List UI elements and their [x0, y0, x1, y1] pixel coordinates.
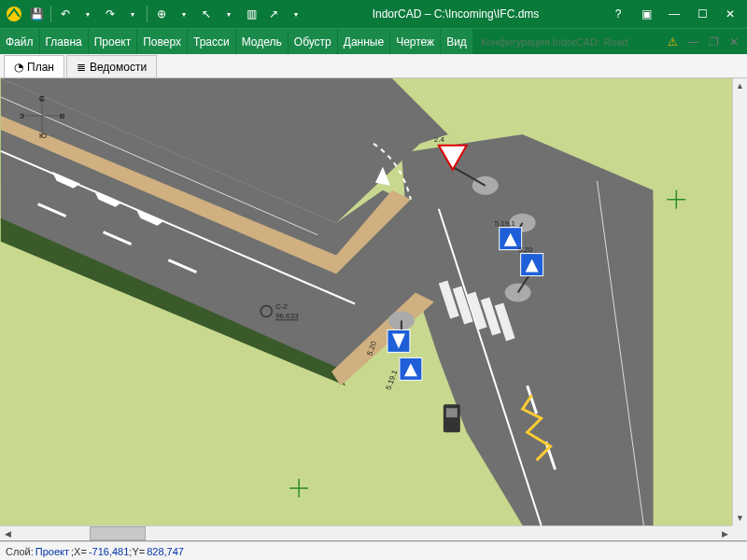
menu-model[interactable]: Модель — [236, 29, 289, 54]
well-label-1: С-2 — [275, 302, 288, 311]
save-button[interactable]: 💾 — [26, 4, 47, 24]
svg-text:Ю: Ю — [39, 132, 47, 139]
quick-access-toolbar: 💾 ↶ ▾ ↷ ▾ ⊕ ▾ ↖ ▾ ▥ ↗ ▾ — [4, 4, 306, 24]
undo-button[interactable]: ↶ — [55, 4, 76, 24]
menu-view[interactable]: Вид — [441, 29, 473, 54]
road-drawing: 2.4 5.19.1 5.20 5.20 5.19.1 С-2 96.633 — [0, 78, 732, 525]
scroll-thumb[interactable] — [90, 526, 146, 540]
redo-more[interactable]: ▾ — [122, 4, 143, 24]
menu-furniture[interactable]: Обустр — [289, 29, 338, 54]
menu-drawing[interactable]: Чертеж — [390, 29, 441, 54]
status-x-label: X= — [74, 546, 87, 557]
maximize-button[interactable]: ☐ — [689, 4, 715, 24]
snap-more[interactable]: ▾ — [174, 4, 194, 24]
snap-tool-icon[interactable]: ⊕ — [151, 4, 172, 24]
scrollbar-horizontal[interactable]: ◀ ▶ — [0, 525, 732, 540]
window-buttons: ? ▣ — ☐ ✕ — [605, 4, 743, 24]
ribbon-tabs: Файл Главна Проект Поверх Трасси Модель … — [0, 28, 747, 54]
qat-customize[interactable]: ▾ — [286, 4, 306, 24]
scroll-corner — [732, 525, 747, 540]
ribbon-toggle-button[interactable]: ▣ — [633, 4, 659, 24]
tab-plan[interactable]: ◔ План — [4, 55, 64, 77]
status-layer-label: Слой: — [6, 546, 34, 557]
mdi-restore[interactable]: ❐ — [706, 35, 721, 49]
config-label: Конфигурация IndorCAD: Road — [473, 29, 665, 54]
menu-project[interactable]: Проект — [89, 29, 138, 54]
svg-point-29 — [472, 176, 499, 195]
tab-plan-label: План — [27, 61, 54, 74]
pointer-icon[interactable]: ↗ — [263, 4, 284, 24]
svg-point-31 — [505, 284, 531, 302]
status-y-value: 828,747 — [147, 546, 184, 557]
mdi-close[interactable]: ✕ — [726, 35, 741, 49]
sign-yield-label: 2.4 — [434, 135, 445, 144]
minimize-button[interactable]: — — [661, 4, 687, 24]
sign-r2-label: 5.20 — [518, 245, 533, 254]
scroll-left-icon[interactable]: ◀ — [0, 526, 15, 540]
statusbar: Слой: Проект ; X= -716,481 ; Y= 828,747 — [0, 541, 747, 560]
svg-rect-28 — [446, 408, 458, 417]
menu-surface[interactable]: Поверх — [137, 29, 188, 54]
viewport[interactable]: 2.4 5.19.1 5.20 5.20 5.19.1 С-2 96.633 — [0, 78, 732, 525]
well-label-2: 96.633 — [275, 312, 299, 320]
status-y-label: Y= — [132, 546, 145, 557]
scroll-down-icon[interactable]: ▼ — [733, 511, 747, 525]
document-tabs: ◔ План ≣ Ведомости — [0, 54, 747, 78]
status-x-value: -716,481 — [89, 546, 129, 557]
reports-icon: ≣ — [77, 61, 86, 74]
sign-l2-label: 5.19.1 — [384, 369, 399, 391]
scroll-up-icon[interactable]: ▲ — [733, 78, 747, 93]
help-button[interactable]: ? — [605, 4, 631, 24]
compass: С Ю З В — [19, 92, 65, 139]
plan-canvas[interactable]: 2.4 5.19.1 5.20 5.20 5.19.1 С-2 96.633 — [0, 78, 747, 541]
menu-file[interactable]: Файл — [0, 29, 40, 54]
mdi-minimize[interactable]: — — [685, 35, 700, 49]
tab-reports[interactable]: ≣ Ведомости — [66, 55, 157, 77]
svg-text:С: С — [39, 94, 45, 103]
status-layer-value: Проект — [35, 546, 69, 557]
plan-icon: ◔ — [14, 61, 23, 74]
menu-alignment[interactable]: Трасси — [188, 29, 236, 54]
close-button[interactable]: ✕ — [717, 4, 743, 24]
scroll-right-icon[interactable]: ▶ — [717, 526, 732, 540]
menu-data[interactable]: Данные — [338, 29, 390, 54]
sign-r1-label: 5.19.1 — [495, 219, 516, 228]
undo-more[interactable]: ▾ — [78, 4, 98, 24]
app-logo[interactable] — [4, 4, 24, 24]
menu-main[interactable]: Главна — [40, 29, 89, 54]
svg-text:З: З — [20, 112, 24, 120]
svg-text:В: В — [60, 112, 64, 120]
tab-reports-label: Ведомости — [90, 61, 147, 74]
titlebar: 💾 ↶ ▾ ↷ ▾ ⊕ ▾ ↖ ▾ ▥ ↗ ▾ IndorCAD – C:\In… — [0, 0, 747, 28]
scrollbar-vertical[interactable]: ▲ ▼ — [732, 78, 747, 525]
cursor-icon[interactable]: ↖ — [196, 4, 217, 24]
cursor-more[interactable]: ▾ — [218, 4, 239, 24]
window-title: IndorCAD – C:\Incoming\IFC.dms — [306, 7, 605, 21]
warn-icon[interactable]: ⚠ — [665, 35, 680, 49]
redo-button[interactable]: ↷ — [100, 4, 120, 24]
mdi-controls: ⚠ — ❐ ✕ — [665, 29, 747, 54]
grid-tool-icon[interactable]: ▥ — [241, 4, 261, 24]
